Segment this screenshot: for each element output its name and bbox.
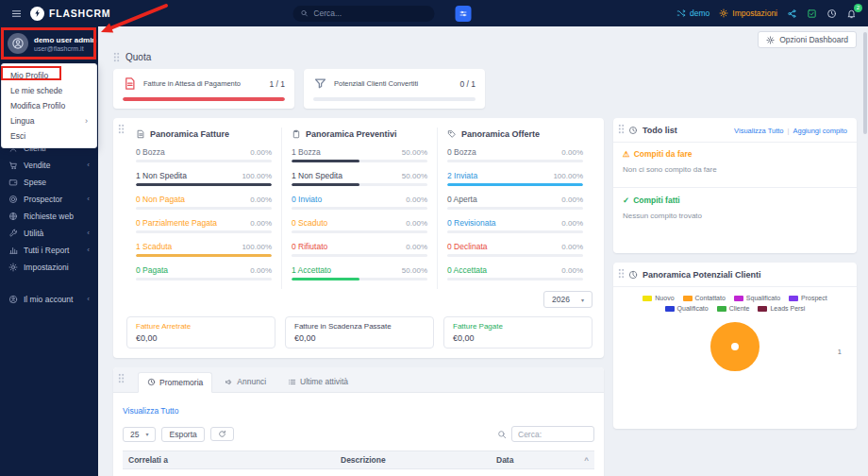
quota-card-label: Potenziali Clienti Convertiti (334, 79, 453, 88)
user-email: user@flashcrm.it (34, 45, 96, 52)
column-header-data[interactable]: Data^ (491, 451, 594, 468)
drag-handle[interactable] (118, 124, 125, 134)
leads-donut-chart[interactable] (710, 322, 760, 371)
tab-ultime-attivita[interactable]: Ultime attività (278, 372, 358, 392)
menu-item-label: Mio Profilo (10, 71, 48, 80)
sidebar-item-il-mio-account[interactable]: Il mio account ‹ (0, 291, 98, 308)
legend-item-qualificato[interactable]: Qualificato (665, 305, 709, 312)
legend-swatch (789, 296, 798, 301)
notifications-bell[interactable]: 2 (846, 8, 857, 19)
status-row: 1 Scaduta 100.00% (136, 242, 272, 257)
legend-item-nuovo[interactable]: Nuovo (643, 295, 674, 301)
list-icon (288, 378, 296, 386)
sort-icon[interactable]: ^ (584, 456, 589, 465)
invoice-icon (123, 76, 137, 91)
sidebar-item-richieste-web[interactable]: Richieste web (0, 208, 98, 225)
status-progress-bar (136, 230, 272, 233)
menu-item-label: Esci (10, 131, 25, 141)
legend-label: Nuovo (655, 295, 674, 301)
todo-view-all-link[interactable]: Visualizza Tutto (734, 127, 783, 135)
cart-icon (8, 161, 18, 170)
sidebar-item-label: Impostazioni (24, 263, 69, 272)
menu-item-lingua[interactable]: Lingua› (2, 113, 96, 128)
menu-toggle-icon[interactable] (11, 8, 22, 19)
overview-panel: Panoramica Fatture 0 Bozza 0.00% 1 Non S… (113, 118, 604, 358)
time-icon[interactable] (826, 8, 837, 19)
legend-swatch (683, 296, 693, 301)
status-progress-bar (447, 230, 583, 233)
refresh-button[interactable] (210, 427, 234, 441)
sidebar-item-vendite[interactable]: Vendite‹ (0, 157, 98, 174)
clock-icon (147, 378, 156, 386)
status-progress-bar (447, 183, 583, 186)
brand-logo[interactable]: FLASHCRM (30, 7, 110, 21)
menu-item-mio-profilo[interactable]: Mio Profilo (2, 68, 96, 83)
search-filter-button[interactable] (455, 6, 471, 22)
top-navbar: FLASHCRM demo Impostazioni 2 (0, 0, 868, 26)
status-progress-bar (292, 207, 427, 210)
drag-handle[interactable] (618, 268, 625, 279)
status-progress-bar (136, 160, 272, 162)
status-progress-bar (447, 207, 583, 210)
legend-swatch (643, 296, 652, 301)
sidebar-item-prospector[interactable]: Prospector‹ (0, 191, 98, 208)
drag-handle[interactable] (113, 52, 120, 62)
year-select[interactable]: 2026▾ (543, 291, 593, 308)
legend-label: Cliente (729, 305, 750, 312)
tasks-icon[interactable] (807, 8, 817, 19)
clock-icon (628, 126, 638, 135)
menu-item-le-mie-schede[interactable]: Le mie schede (2, 83, 96, 98)
column-header-correlati-a[interactable]: Correlati a (123, 451, 335, 468)
status-percent: 0.00% (250, 148, 272, 157)
todo-pending-header: ⚠ Compiti da fare (623, 149, 847, 159)
menu-item-esci[interactable]: Esci (2, 128, 96, 144)
column-header-descrizione[interactable]: Descrizione (335, 451, 491, 468)
sidebar-item-spese[interactable]: Spese (0, 174, 98, 191)
sidebar-item-label: Il mio account (24, 295, 73, 304)
sidebar-item-tutti-i-report[interactable]: Tutti i Report‹ (0, 242, 98, 259)
summary-card-fatture-arretrate: Fatture Arretrate €0,00 (126, 316, 275, 348)
status-row: 1 Accettato 50.00% (292, 265, 427, 280)
check-icon: ✓ (623, 196, 629, 205)
export-button[interactable]: Esporta (161, 427, 204, 442)
status-progress-bar (447, 160, 583, 162)
legend-label: Leads Persi (770, 305, 805, 312)
summary-label: Fatture Arretrate (136, 322, 266, 331)
status-progress-bar (136, 278, 272, 280)
status-percent: 0.00% (250, 266, 272, 275)
gear-icon (719, 8, 728, 18)
table-search-input[interactable] (511, 426, 594, 442)
refresh-icon (218, 430, 226, 438)
sidebar-item-utilita[interactable]: Utilità‹ (0, 225, 98, 242)
legend-swatch (717, 306, 726, 312)
menu-item-modifica-profilo[interactable]: Modifica Profilo (2, 98, 96, 113)
todo-add-task-link[interactable]: Aggiungi compito (793, 127, 847, 135)
status-label: 0 Inviato (292, 195, 322, 204)
view-all-link[interactable]: Visualizza Tutto (123, 406, 178, 416)
overview-column-panoramica-offerte: Panoramica Offerte 0 Bozza 0.00% 2 Invia… (437, 128, 593, 289)
settings-link[interactable]: Impostazioni (719, 8, 777, 18)
demo-link[interactable]: demo (676, 8, 709, 18)
page-size-select[interactable]: 25▾ (123, 427, 156, 442)
avatar (8, 33, 28, 54)
legend-item-leads-persi[interactable]: Leads Persi (758, 305, 805, 312)
search-input[interactable] (313, 8, 426, 18)
tab-annunci[interactable]: Annunci (215, 372, 275, 392)
status-percent: 0.00% (250, 196, 272, 204)
sidebar-user[interactable]: demo user admin user@flashcrm.it (0, 26, 98, 60)
quota-cards: Fatture in Attesa di Pagamento 1 / 1 Pot… (113, 69, 857, 109)
chevron-icon: ‹ (87, 296, 90, 303)
legend-item-squalificato[interactable]: Squalificato (734, 295, 780, 301)
legend-item-contattato[interactable]: Contattato (683, 295, 726, 301)
sidebar-item-impostazioni[interactable]: Impostazioni (0, 259, 98, 276)
drag-handle[interactable] (118, 373, 125, 383)
scrollbar[interactable] (863, 32, 867, 134)
legend-item-prospect[interactable]: Prospect (789, 295, 827, 301)
share-icon[interactable] (787, 8, 797, 19)
drag-handle[interactable] (618, 124, 625, 134)
sidebar-item-label: Utilità (24, 229, 43, 238)
legend-item-cliente[interactable]: Cliente (717, 305, 750, 312)
invoice-icon (136, 129, 145, 139)
tab-promemoria[interactable]: Promemoria (138, 372, 212, 393)
dashboard-options-button[interactable]: Opzioni Dashboard (758, 31, 857, 48)
